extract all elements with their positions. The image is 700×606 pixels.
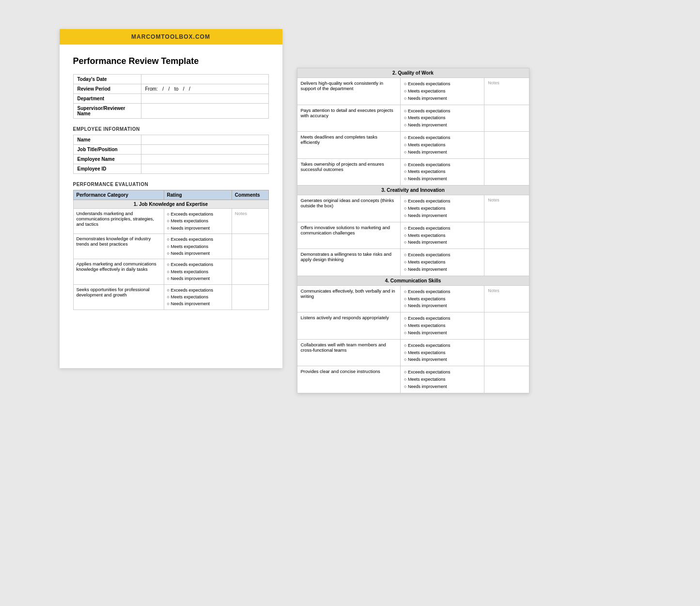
desc-communicates-effectively: Communicates effectively, both verbally … [297,285,401,312]
col-header-category: Performance Category [73,190,164,200]
value-review-period[interactable]: From: / / to / / [141,84,268,94]
notes-original-ideas[interactable]: Notes [484,195,529,222]
option-needs[interactable]: Needs improvement [404,266,481,273]
option-meets[interactable]: Meets expectations [404,168,481,175]
rating-design-thinking: Exceeds expectations Meets expectations … [401,249,484,276]
review-period-cell: From: / / to / / [145,86,264,92]
notes-listens-actively[interactable] [484,312,529,340]
rating-options: Exceeds expectations Meets expectations … [404,251,481,273]
option-needs[interactable]: Needs improvement [404,302,481,310]
notes-collaborates[interactable] [484,339,529,366]
notes-professional-dev[interactable] [232,284,268,310]
option-meets[interactable]: Meets expectations [167,243,229,250]
option-exceeds[interactable]: Exceeds expectations [404,198,481,205]
option-meets[interactable]: Meets expectations [404,295,481,303]
rating-industry-trends: Exceeds expectations Meets expectations … [164,234,232,259]
table-row: Listens actively and responds appropriat… [297,312,529,340]
eval-section-label: PERFORMANCE EVALUATION [73,182,269,187]
option-needs[interactable]: Needs improvement [404,239,481,246]
notes-meets-deadlines[interactable] [484,132,529,159]
option-needs[interactable]: Needs improvement [404,95,481,102]
desc-meets-deadlines: Meets deadlines and completes tasks effi… [297,132,401,159]
table-row: Name [73,135,268,145]
notes-delivers-quality[interactable]: Notes [484,78,529,105]
value-employee-id[interactable] [141,164,268,174]
option-needs[interactable]: Needs improvement [167,275,229,282]
option-exceeds[interactable]: Exceeds expectations [404,134,481,141]
option-exceeds[interactable]: Exceeds expectations [404,369,481,376]
value-department[interactable] [141,94,268,104]
option-needs[interactable]: Needs improvement [404,329,481,337]
option-meets[interactable]: Meets expectations [404,205,481,212]
notes-design-thinking[interactable] [484,249,529,276]
section-header-quality: 2. Quality of Work [297,68,529,78]
option-exceeds[interactable]: Exceeds expectations [167,236,229,243]
option-exceeds[interactable]: Exceeds expectations [404,315,481,322]
table-row: Takes ownership of projects and ensures … [297,158,529,186]
notes-communicates-effectively[interactable]: Notes [484,285,529,312]
rating-meets-deadlines: Exceeds expectations Meets expectations … [401,132,484,159]
option-exceeds[interactable]: Exceeds expectations [404,161,481,169]
option-needs[interactable]: Needs improvement [404,383,481,390]
option-meets[interactable]: Meets expectations [404,141,481,149]
notes-clear-instructions[interactable] [484,366,529,393]
option-meets[interactable]: Meets expectations [404,349,481,357]
option-exceeds[interactable]: Exceeds expectations [404,342,481,349]
option-needs[interactable]: Needs improvement [167,225,229,232]
option-exceeds[interactable]: Exceeds expectations [404,80,481,88]
value-todays-date[interactable] [141,75,268,84]
label-employee-id: Employee ID [73,164,141,174]
notes-ownership[interactable] [484,158,529,186]
option-needs[interactable]: Needs improvement [404,149,481,156]
desc-industry-trends: Demonstrates knowledge of industry trend… [73,234,164,259]
site-name: MARCOMTOOLBOX.COM [131,33,210,40]
rating-options: Exceeds expectations Meets expectations … [404,369,481,390]
table-row: Demonstrates a willingness to take risks… [297,249,529,276]
value-supervisor[interactable] [141,104,268,119]
option-exceeds[interactable]: Exceeds expectations [404,251,481,259]
table-row: Provides clear and concise instructions … [297,366,529,393]
option-needs[interactable]: Needs improvement [404,356,481,363]
value-job-title[interactable] [141,145,268,155]
to-label: to [171,86,181,92]
option-needs[interactable]: Needs improvement [404,122,481,129]
option-exceeds[interactable]: Exceeds expectations [404,225,481,232]
option-exceeds[interactable]: Exceeds expectations [167,287,229,294]
option-meets[interactable]: Meets expectations [404,232,481,239]
right-document: 2. Quality of Work Delivers high-quality… [297,68,529,393]
table-row: Pays attention to detail and executes pr… [297,105,529,132]
rating-options: Exceeds expectations Meets expectations … [167,287,229,308]
right-eval-table: 2. Quality of Work Delivers high-quality… [297,68,529,393]
value-name[interactable] [141,135,268,145]
eval-table: Performance Category Rating Comments 1. … [73,190,269,310]
option-meets[interactable]: Meets expectations [404,88,481,95]
notes-applies-knowledge[interactable] [232,259,268,284]
to-day: / [187,86,190,92]
option-meets[interactable]: Meets expectations [404,322,481,329]
option-exceeds[interactable]: Exceeds expectations [404,108,481,115]
rating-options: Exceeds expectations Meets expectations … [404,134,481,156]
table-row: Seeks opportunities for professional dev… [73,284,268,310]
option-meets[interactable]: Meets expectations [404,259,481,266]
desc-design-thinking: Demonstrates a willingness to take risks… [297,249,401,276]
option-needs[interactable]: Needs improvement [167,300,229,307]
option-meets[interactable]: Meets expectations [404,114,481,122]
notes-marketing-principles[interactable]: Notes [232,209,268,234]
option-exceeds[interactable]: Exceeds expectations [167,211,229,218]
option-exceeds[interactable]: Exceeds expectations [404,288,481,295]
option-needs[interactable]: Needs improvement [404,212,481,219]
option-meets[interactable]: Meets expectations [404,376,481,383]
notes-attention-detail[interactable] [484,105,529,132]
table-row: Understands marketing and communications… [73,209,268,234]
option-exceeds[interactable]: Exceeds expectations [167,261,229,268]
doc-title: Performance Review Template [73,56,269,66]
option-needs[interactable]: Needs improvement [167,250,229,257]
desc-delivers-quality: Delivers high-quality work consistently … [297,78,401,105]
notes-innovative-solutions[interactable] [484,222,529,249]
value-employee-name[interactable] [141,155,268,164]
option-meets[interactable]: Meets expectations [167,294,229,300]
notes-industry-trends[interactable] [232,234,268,259]
option-meets[interactable]: Meets expectations [167,268,229,275]
option-needs[interactable]: Needs improvement [404,175,481,183]
option-meets[interactable]: Meets expectations [167,218,229,224]
